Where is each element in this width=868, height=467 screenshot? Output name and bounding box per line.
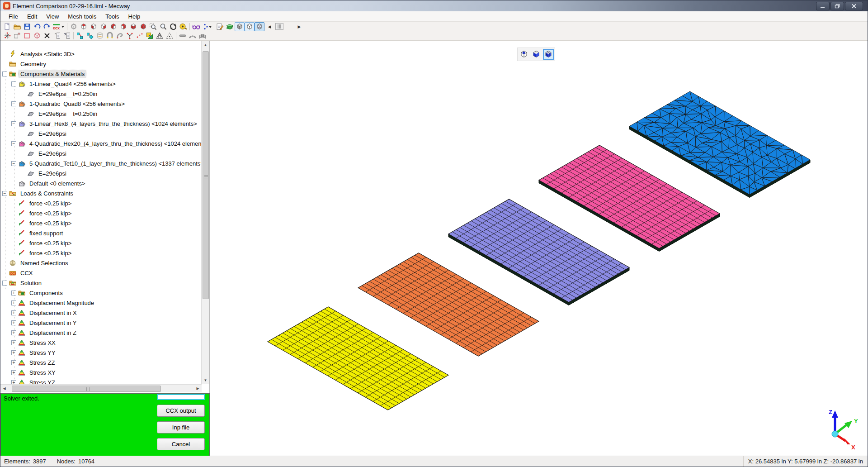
tree-item-4-quadratic-hex20-4-layers-thru-the-thic[interactable]: −4-Quadratic_Hex20_(4_layers_thru_the_th… [0, 138, 202, 148]
tree-item-stress-xy[interactable]: +Stress XY [0, 367, 202, 377]
tree-item-loads-constraints[interactable]: −Loads & Constraints [0, 188, 202, 198]
toolbar-overflow-left-icon[interactable]: ◀ [264, 22, 274, 31]
collapse-icon[interactable]: − [11, 81, 16, 86]
tree-item-fixed-support[interactable]: fixed support [0, 228, 202, 238]
view-right-icon[interactable] [99, 22, 108, 31]
expand-icon[interactable]: + [11, 291, 16, 295]
undo-icon[interactable] [32, 22, 42, 31]
delete-element-icon[interactable] [42, 31, 52, 40]
annotation-icon[interactable] [215, 22, 225, 31]
view-isometric-icon[interactable] [69, 22, 79, 31]
open-file-icon[interactable] [12, 22, 22, 31]
move-copy-icon[interactable] [145, 31, 155, 40]
zoom-window-icon[interactable] [148, 22, 158, 31]
menu-tools[interactable]: Tools [101, 12, 123, 21]
offset-shell-icon[interactable] [198, 31, 208, 40]
toolbar-grip[interactable] [274, 22, 284, 31]
display-wireframe-button[interactable] [245, 22, 255, 31]
collapse-icon[interactable]: − [2, 191, 7, 196]
workplane-icon[interactable] [191, 22, 201, 31]
tree-item-displacement-magnitude[interactable]: +Displacement Magnitude [0, 298, 202, 308]
menu-view[interactable]: View [42, 12, 63, 21]
expand-icon[interactable]: + [11, 320, 16, 325]
collapse-icon[interactable]: − [11, 161, 16, 166]
tree-item-solution[interactable]: −Solution [0, 278, 202, 288]
tree-item-stress-xx[interactable]: +Stress XX [0, 338, 202, 348]
tree-item-e-29e6psi-t-0-250in[interactable]: E=29e6psi__t=0.250in [0, 109, 202, 119]
view-top-icon[interactable] [79, 22, 89, 31]
zoom-icon[interactable] [158, 22, 168, 31]
tree-item-components[interactable]: +Components [0, 288, 202, 298]
curve-shell-icon[interactable] [188, 31, 198, 40]
expand-icon[interactable]: + [11, 360, 16, 365]
add-solid-element-icon[interactable] [32, 31, 42, 40]
refine-3x-icon[interactable] [165, 31, 175, 40]
tree-item-5-quadratic-tet10-1-layer-thru-the-thick[interactable]: −5-Quadratic_Tet10_(1_layer_thru_the_thi… [0, 158, 202, 168]
view-solid-icon[interactable] [138, 22, 148, 31]
tree-item-1-quadratic-quad8-256-elements[interactable]: −1-Quadratic_Quad8 <256 elements> [0, 99, 202, 109]
view-bottom-icon[interactable] [128, 22, 138, 31]
menu-edit[interactable]: Edit [23, 12, 42, 21]
scroll-up-icon[interactable]: ▲ [202, 41, 209, 49]
close-button[interactable] [845, 2, 863, 10]
inp-file-button[interactable]: Inp file [157, 421, 205, 434]
tree-item-force-0-25-kip[interactable]: force <0.25 kip> [0, 198, 202, 208]
save-icon[interactable] [22, 22, 32, 31]
snap-node-icon[interactable] [85, 31, 95, 40]
revolve-icon[interactable] [95, 31, 105, 40]
tree-item-named-selections[interactable]: Named Selections [0, 258, 202, 268]
display-nodes-button[interactable] [519, 49, 529, 60]
tree-item-e-29e6psi[interactable]: E=29e6psi [0, 148, 202, 158]
insert-node-icon[interactable] [135, 31, 145, 40]
display-solid-button[interactable] [235, 22, 245, 31]
toolbar-overflow-right-icon[interactable]: ▶ [294, 22, 304, 31]
refine-nodes-icon[interactable] [2, 31, 12, 40]
add-element-icon[interactable] [22, 31, 32, 40]
tree-item-ccx[interactable]: CCXCCX [0, 268, 202, 278]
tree-item-analysis-static-3d[interactable]: Analysis <Static 3D> [0, 49, 202, 59]
measure-icon[interactable] [178, 22, 188, 31]
model-tree[interactable]: Analysis <Static 3D>Geometry−Components … [0, 41, 202, 384]
collapse-icon[interactable]: − [11, 141, 16, 146]
display-mesh-button[interactable] [255, 22, 264, 31]
sweep-icon[interactable] [115, 31, 125, 40]
mesh-scene[interactable] [210, 41, 868, 457]
tree-item-geometry[interactable]: Geometry [0, 59, 202, 69]
shell-thickness-icon[interactable] [225, 22, 235, 31]
display-surface-button[interactable] [531, 49, 542, 60]
horizontal-scroll-thumb[interactable] [12, 386, 161, 392]
ccx-output-button[interactable]: CCX output [157, 405, 205, 417]
expand-icon[interactable]: + [11, 340, 16, 345]
tree-item-stress-yy[interactable]: +Stress YY [0, 348, 202, 357]
solve-ccx-icon[interactable]: ccx [52, 22, 66, 31]
tree-item-displacement-in-y[interactable]: +Displacement in Y [0, 318, 202, 328]
tree-item-displacement-in-x[interactable]: +Displacement in X [0, 308, 202, 318]
restore-button[interactable] [830, 2, 844, 10]
menu-file[interactable]: File [4, 12, 23, 21]
tree-item-3-linear-hex8-4-layers-thru-the-thicknes[interactable]: −3-Linear_Hex8_(4_layers_thru_the_thickn… [0, 119, 202, 129]
vertical-scroll-thumb[interactable] [203, 51, 209, 299]
bend-icon[interactable] [105, 31, 115, 40]
add-node-icon[interactable] [12, 31, 22, 40]
expand-icon[interactable]: + [11, 330, 16, 335]
tree-item-e-29e6psi[interactable]: E=29e6psi [0, 168, 202, 178]
rotate-view-icon[interactable] [168, 22, 178, 31]
expand-icon[interactable]: + [11, 380, 16, 385]
expand-icon[interactable]: + [11, 350, 16, 355]
collapse-icon[interactable]: − [11, 121, 16, 126]
tree-item-force-0-25-kip[interactable]: force <0.25 kip> [0, 218, 202, 228]
view-back-icon[interactable] [118, 22, 128, 31]
selection-mode-icon[interactable] [201, 22, 215, 31]
display-solid-mesh-button[interactable] [543, 49, 554, 60]
tree-item-1-linear-quad4-256-elements[interactable]: −1-Linear_Quad4 <256 elements> [0, 79, 202, 89]
new-file-icon[interactable] [2, 22, 12, 31]
model-viewport[interactable]: Z Y X [210, 41, 868, 457]
redo-icon[interactable] [42, 22, 52, 31]
scroll-down-icon[interactable]: ▼ [202, 376, 209, 384]
tree-item-components-materials[interactable]: −Components & Materials [0, 69, 202, 79]
tree-horizontal-scrollbar[interactable]: ◀ ▶ [0, 384, 202, 392]
element-list-icon[interactable] [62, 31, 72, 40]
tree-item-stress-yz[interactable]: +Stress YZ [0, 377, 202, 384]
title-bar[interactable]: Element Comparison 02-29-16.liml - Mecwa… [0, 0, 868, 11]
tree-item-displacement-in-z[interactable]: +Displacement in Z [0, 328, 202, 338]
